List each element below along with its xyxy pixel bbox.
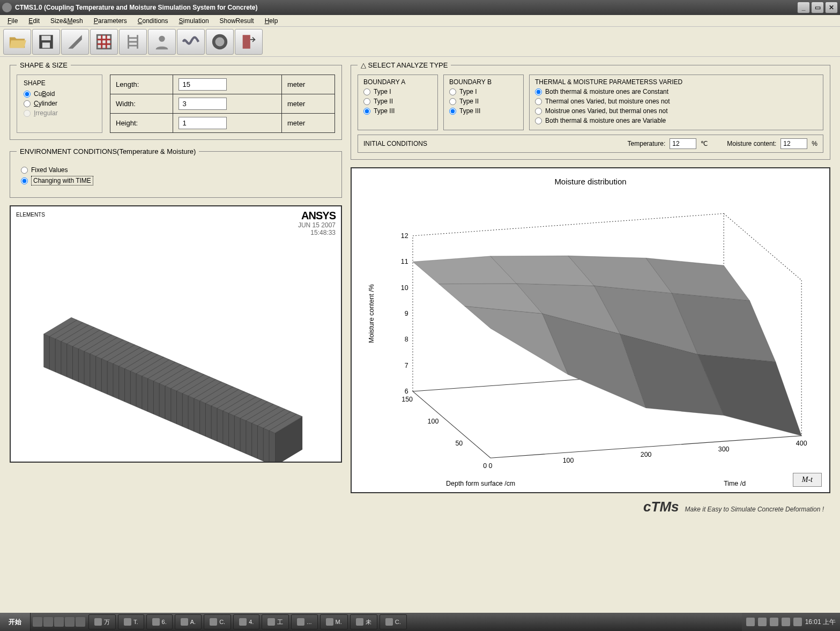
height-label: Height: [110, 114, 173, 133]
height-unit: meter [282, 114, 335, 133]
tray-icon[interactable] [746, 618, 755, 626]
taskbar-item[interactable]: 4. [233, 614, 259, 629]
svg-text:150: 150 [402, 396, 413, 403]
svg-rect-1 [42, 35, 51, 40]
temp-input[interactable] [670, 138, 696, 149]
taskbar-item[interactable]: M. [320, 614, 348, 629]
shape-size-legend: SHAPE & SIZE [17, 61, 71, 69]
plot-svg: 6789101112 150100500 0100200300400 Moist… [352, 168, 829, 492]
menu-help[interactable]: Help [261, 16, 283, 26]
taskbar-item[interactable]: 工 [262, 614, 289, 629]
height-input[interactable] [179, 117, 227, 129]
width-input[interactable] [179, 98, 227, 110]
close-button[interactable]: ✕ [825, 2, 838, 13]
svg-point-6 [215, 37, 225, 46]
menu-conditions[interactable]: Conditions [133, 16, 173, 26]
svg-rect-3 [97, 35, 111, 49]
shape-cylinder[interactable]: Cylinder [24, 100, 95, 107]
moist-input[interactable] [780, 138, 807, 149]
quick-launch[interactable] [31, 617, 87, 627]
param-opt1[interactable]: Both thermal & moisture ones are Constan… [535, 88, 817, 95]
boundary-a-type2[interactable]: Type II [363, 98, 432, 105]
menu-parameters[interactable]: Parameters [90, 16, 131, 26]
taskbar-item[interactable]: 6. [146, 614, 173, 629]
tagline: cTMs Make it Easy to Simulate Concrete D… [0, 495, 840, 518]
toolbar [0, 27, 840, 57]
param-opt3[interactable]: Moistrue ones Varied, but thermal ones n… [535, 107, 817, 115]
boundary-a-type1[interactable]: Type I [363, 88, 432, 95]
taskbar-item[interactable]: T. [118, 614, 144, 629]
shape-label: SHAPE [24, 79, 95, 87]
menu-file[interactable]: File [3, 16, 22, 26]
menu-sizemesh[interactable]: Size&Mesh [46, 16, 87, 26]
analyze-legend: △ SELECT ANALYZE TYPE [358, 61, 451, 69]
tray-icon[interactable] [793, 618, 802, 626]
shape-cuboid[interactable]: CuBoid [24, 90, 95, 98]
tray-icon[interactable] [782, 618, 790, 626]
svg-text:7: 7 [405, 362, 408, 369]
boundary-a-type3[interactable]: Type III [363, 107, 432, 115]
env-legend: ENVIRONMENT CONDITIONS(Temperature & Moi… [17, 147, 199, 155]
params-label: THERMAL & MOISTURE PARAMETERSS VARIED [535, 78, 817, 86]
taskbar-item[interactable]: 万 [88, 614, 116, 629]
wave-button[interactable] [177, 29, 205, 55]
elements-label: ELEMENTS [16, 212, 45, 218]
env-changing[interactable]: Changing with TIME [21, 176, 331, 185]
window-title: CTMS1.0 (Coupling Temperature and Moistu… [15, 4, 258, 11]
plot-mode-button[interactable]: M-t [793, 473, 822, 487]
system-tray[interactable]: 16:01 上午 [742, 613, 840, 631]
badge-button[interactable] [206, 29, 234, 55]
menu-showresult[interactable]: ShowResult [215, 16, 258, 26]
ladder-button[interactable] [119, 29, 147, 55]
zlabel: Moisture content /% [368, 284, 375, 343]
plot-panel: Moisture distribution 6789101112 [351, 167, 830, 493]
clock: 16:01 上午 [805, 618, 836, 627]
ylabel: Time /d [724, 480, 746, 487]
param-opt4[interactable]: Both thermal & moisture ones are Variabl… [535, 117, 817, 124]
svg-text:0: 0 [483, 462, 487, 470]
svg-text:300: 300 [718, 446, 730, 453]
taskbar-item[interactable]: A. [175, 614, 202, 629]
open-button[interactable] [3, 29, 31, 55]
menu-simulation[interactable]: Simulation [175, 16, 213, 26]
svg-text:6: 6 [405, 388, 408, 395]
plot-title: Moisture distribution [352, 177, 829, 186]
exit-button[interactable] [235, 29, 263, 55]
boundary-b-type2[interactable]: Type II [449, 98, 518, 105]
maximize-button[interactable]: ▭ [811, 2, 824, 13]
save-button[interactable] [32, 29, 60, 55]
taskbar-item[interactable]: C. [204, 614, 231, 629]
svg-text:12: 12 [401, 232, 408, 240]
xlabel: Depth form surface /cm [446, 480, 515, 487]
boundary-b-label: BOUNDARY B [449, 78, 518, 86]
boundary-b-type3[interactable]: Type III [449, 107, 518, 115]
length-unit: meter [282, 75, 335, 94]
svg-line-97 [724, 213, 801, 280]
taskbar-item[interactable]: C. [380, 614, 407, 629]
svg-text:10: 10 [401, 284, 408, 292]
env-fixed[interactable]: Fixed Values [21, 166, 331, 174]
mesh-preview: ELEMENTS ANSYS JUN 15 200715:48:33 [10, 205, 342, 463]
boundary-a-box: BOUNDARY A Type I Type II Type III [358, 75, 438, 130]
svg-rect-2 [42, 42, 50, 48]
length-input[interactable] [179, 78, 227, 91]
menu-edit[interactable]: Edit [24, 16, 44, 26]
taskbar-item[interactable]: 未 [350, 614, 377, 629]
svg-text:400: 400 [796, 440, 807, 447]
taskbar-item[interactable]: ... [291, 614, 317, 629]
tray-icon[interactable] [770, 618, 778, 626]
ansys-logo: ANSYS [301, 210, 336, 222]
shape-button[interactable] [61, 29, 89, 55]
boundary-b-type1[interactable]: Type I [449, 88, 518, 95]
svg-text:50: 50 [455, 440, 463, 447]
user-button[interactable] [148, 29, 176, 55]
start-button[interactable]: 开始 [0, 613, 31, 631]
svg-point-4 [159, 35, 165, 41]
param-opt2[interactable]: Thermal ones Varied, but moisture ones n… [535, 98, 817, 105]
mesh-button[interactable] [90, 29, 118, 55]
shape-options: SHAPE CuBoid Cylinder Irregular [17, 75, 102, 133]
shape-size-group: SHAPE & SIZE SHAPE CuBoid Cylinder Irreg… [10, 61, 342, 140]
analyze-type-group: △ SELECT ANALYZE TYPE BOUNDARY A Type I … [351, 61, 830, 160]
minimize-button[interactable]: _ [797, 2, 810, 13]
tray-icon[interactable] [758, 618, 767, 626]
